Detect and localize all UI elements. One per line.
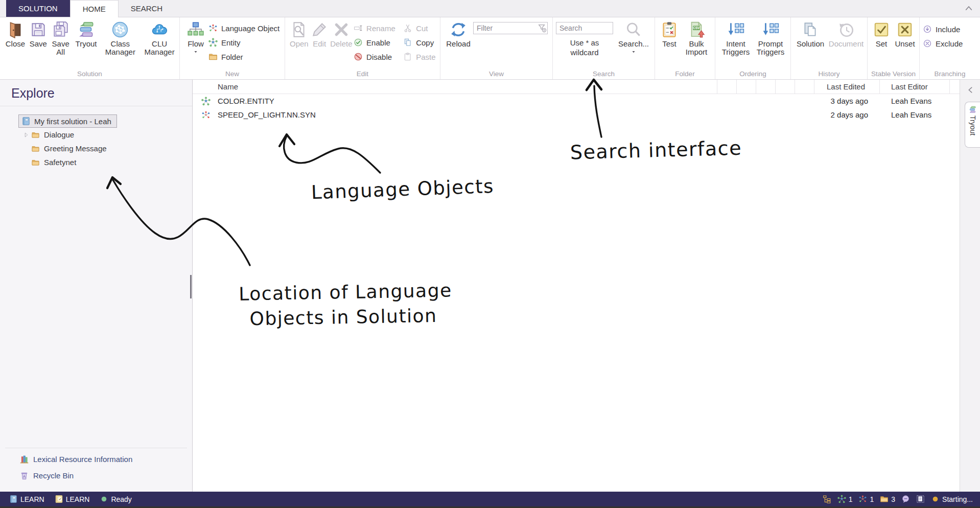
lexical-books-icon (19, 454, 29, 464)
history-solution-button[interactable]: Solution (794, 20, 827, 48)
tryout-icon (78, 21, 95, 38)
status-item-learn[interactable]: LEARN (55, 495, 90, 503)
intent-triggers-button[interactable]: Intent Triggers (718, 20, 753, 56)
file-list-header: Name Last Edited Last Editor (193, 80, 960, 94)
set-stable-button[interactable]: Set (871, 20, 892, 48)
column-header-spacer[interactable] (795, 80, 814, 94)
svg-text:CSV: CSV (693, 26, 700, 30)
cut-button[interactable]: Cut (403, 21, 439, 35)
entity-icon (201, 97, 211, 106)
status-item-learn[interactable]: LEARN (9, 495, 44, 503)
status-item-ready[interactable]: Ready (100, 495, 131, 503)
column-header-last-edited[interactable]: Last Edited (814, 80, 880, 94)
group-label-new: New (180, 70, 285, 78)
unset-stable-button[interactable]: Unset (892, 20, 918, 48)
history-document-icon (837, 21, 855, 38)
hierarchy-icon (823, 495, 831, 503)
filter-funnel-icon[interactable] (538, 24, 547, 33)
tree-item-safetynet[interactable]: Safetynet (21, 155, 192, 169)
edit-button[interactable]: Edit (310, 20, 329, 48)
include-button[interactable]: Include (923, 22, 963, 36)
search-dropdown-button[interactable]: Search... (614, 20, 653, 54)
tree-item-greeting-message[interactable]: Greeting Message (21, 142, 192, 155)
column-header-filler (950, 80, 960, 94)
column-header-spacer[interactable] (717, 80, 737, 94)
new-language-object-button[interactable]: Language Object (208, 21, 279, 35)
use-wildcard-option[interactable]: Use * as wildcard (556, 38, 613, 57)
file-last-edited: 3 days ago (814, 97, 880, 105)
delete-button[interactable]: Delete (329, 20, 354, 48)
file-row-color-entity[interactable]: COLOR.ENTITY3 days agoLeah Evans (193, 94, 960, 108)
file-list: Name Last Edited Last Editor COLOR.ENTIT… (193, 80, 960, 492)
tree-root-my-first-solution-leah[interactable]: My first solution - Leah (18, 114, 117, 128)
ribbon-group-view: Reload View (440, 17, 553, 79)
solution-tree: My first solution - LeahDialogueGreeting… (0, 106, 192, 448)
save-button[interactable]: Save (28, 20, 49, 48)
group-label-history: History (791, 70, 867, 78)
ribbon-group-new: Flow Language Object Entity Folder New (180, 17, 285, 79)
disable-button[interactable]: Disable (354, 50, 403, 64)
new-entity-button[interactable]: Entity (208, 35, 279, 50)
open-button[interactable]: Open (288, 20, 310, 48)
status-item-stamp-icon[interactable] (916, 495, 925, 503)
class-manager-button[interactable]: Class Manager (100, 20, 141, 56)
new-flow-button[interactable]: Flow (183, 20, 208, 54)
search-input[interactable] (556, 22, 613, 34)
folder-icon (880, 495, 889, 503)
clu-manager-button[interactable]: CLU Manager (141, 20, 178, 56)
collapse-ribbon-icon[interactable] (963, 2, 975, 14)
exclude-button[interactable]: Exclude (923, 36, 963, 51)
expander-icon[interactable] (21, 131, 31, 138)
solution-book-icon (9, 495, 18, 503)
door-icon (7, 21, 24, 38)
explore-link-lexical-resource-information[interactable]: Lexical Resource Information (19, 454, 192, 464)
rename-button[interactable]: Rename (354, 21, 403, 35)
tryout-side-tab[interactable]: Tryout (965, 102, 980, 148)
chat-bubble-icon (901, 495, 910, 503)
copy-button[interactable]: Copy (403, 35, 439, 50)
tab-home[interactable]: HOME (70, 0, 119, 17)
status-item-3[interactable]: 3 (880, 495, 895, 503)
file-row-speed-of-light-nn-syn[interactable]: SPEED_OF_LIGHT.NN.SYN2 days agoLeah Evan… (193, 108, 960, 122)
group-label-search: Search (553, 70, 655, 78)
status-bar: LEARNLEARNReady 113Starting... (0, 492, 980, 506)
column-header-spacer[interactable] (776, 80, 795, 94)
ribbon-group-edit: Open Edit Delete Rename Enable Disable (285, 17, 440, 79)
tryout-button[interactable]: Tryout (73, 20, 100, 48)
reload-button[interactable]: Reload (444, 20, 473, 48)
save-all-icon (52, 21, 69, 38)
bulk-import-button[interactable]: CSV Bulk Import (681, 20, 712, 56)
tab-search[interactable]: SEARCH (119, 0, 175, 17)
collapse-panel-icon[interactable] (965, 84, 976, 96)
paste-button[interactable]: Paste (403, 50, 439, 64)
status-item-hierarchy-icon[interactable] (823, 495, 831, 503)
column-header-spacer[interactable] (737, 80, 756, 94)
test-button[interactable]: Test (658, 20, 681, 48)
prompt-triggers-button[interactable]: Prompt Triggers (753, 20, 788, 56)
bulk-import-icon: CSV (688, 21, 705, 38)
close-button[interactable]: Close (3, 20, 28, 48)
column-header-icon (193, 80, 214, 94)
filter-input[interactable] (473, 22, 548, 34)
column-header-name[interactable]: Name (214, 80, 717, 94)
history-document-button[interactable]: Document (827, 20, 866, 48)
status-item-1[interactable]: 1 (837, 495, 853, 503)
folder-icon (31, 145, 40, 153)
explore-link-recycle-bin[interactable]: Recycle Bin (19, 471, 192, 480)
status-item-starting[interactable]: Starting... (931, 495, 973, 503)
include-icon (923, 25, 932, 34)
panel-splitter[interactable] (190, 275, 192, 298)
tab-solution[interactable]: SOLUTION (6, 0, 70, 17)
delete-x-icon (333, 21, 350, 38)
tree-item-dialogue[interactable]: Dialogue (21, 128, 192, 142)
enable-button[interactable]: Enable (354, 35, 403, 50)
save-all-button[interactable]: Save All (49, 20, 73, 56)
status-item-1[interactable]: 1 (858, 495, 874, 503)
dot-orange (931, 495, 940, 503)
column-header-last-editor[interactable]: Last Editor (880, 80, 950, 94)
ribbon-group-stable-version: Set Unset Stable Version (868, 17, 920, 79)
status-item-chat-bubble-icon[interactable] (901, 495, 910, 503)
new-folder-button[interactable]: Folder (208, 50, 279, 64)
column-header-spacer[interactable] (756, 80, 776, 94)
ribbon-group-folder: Test CSV Bulk Import Folder (655, 17, 715, 79)
